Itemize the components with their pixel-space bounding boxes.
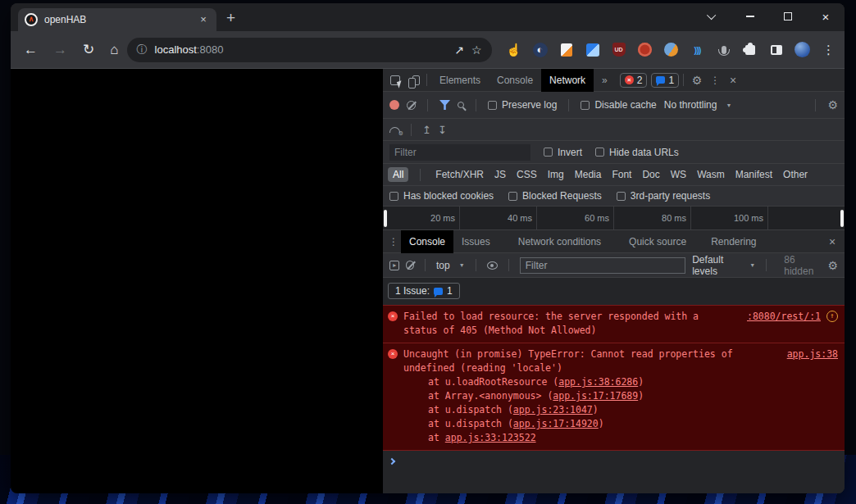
live-expression-icon[interactable] (487, 261, 498, 270)
drawer-tab-issues[interactable]: Issues (453, 230, 499, 253)
dark-reader-extension-icon[interactable]: ◐ (532, 42, 549, 58)
timeline-tick: 40 ms (460, 207, 537, 229)
device-toolbar-icon[interactable] (404, 75, 422, 85)
issue-count-badge[interactable]: 1 (651, 73, 679, 88)
blue-squares-extension-icon[interactable] (585, 42, 601, 58)
drawer-tab-network-conditions[interactable]: Network conditions (510, 230, 609, 253)
network-settings-icon[interactable]: ⚙ (827, 98, 838, 111)
more-tabs-icon[interactable]: » (594, 69, 616, 92)
timeline-handle-right[interactable] (840, 210, 844, 227)
inspect-element-icon[interactable] (386, 75, 404, 85)
type-filter-other[interactable]: Other (783, 169, 808, 180)
shield-extension-icon[interactable]: UD (611, 42, 627, 58)
drawer-tab-console[interactable]: Console (401, 230, 453, 253)
site-info-icon[interactable]: ⓘ (137, 43, 148, 57)
console-filter-input[interactable] (520, 257, 685, 274)
maximize-button[interactable] (769, 3, 807, 30)
third-party-checkbox[interactable]: 3rd-party requests (617, 190, 710, 202)
drawer-tab-quick-source[interactable]: Quick source (621, 230, 694, 253)
drawer-close-icon[interactable]: × (823, 235, 841, 248)
back-icon[interactable]: ← (24, 43, 38, 57)
throttling-select[interactable]: No throttling▼ (664, 99, 732, 111)
invert-checkbox[interactable]: Invert (544, 147, 582, 158)
type-filter-font[interactable]: Font (612, 169, 631, 180)
log-levels-select[interactable]: Default levels▼ (692, 254, 755, 277)
error-source-link[interactable]: :8080/rest/:1 (747, 310, 821, 324)
network-filter-input[interactable] (389, 144, 530, 161)
console-toolbar: ▸ top▼ Default levels▼ 86 hidden ⚙ (383, 253, 845, 278)
network-timeline-overview[interactable]: 20 ms 40 ms 60 ms 80 ms 100 ms (383, 207, 845, 230)
bookmark-star-icon[interactable]: ☆ (471, 43, 482, 57)
browser-tab[interactable]: ∧ openHAB × (18, 8, 216, 31)
clear-network-log-icon[interactable] (407, 101, 416, 110)
type-filter-manifest[interactable]: Manifest (735, 169, 772, 180)
share-icon[interactable]: ↗ (454, 43, 464, 57)
error-text: Uncaught (in promise) TypeError: Cannot … (403, 347, 775, 361)
stack-link[interactable]: app.js:17:17689 (553, 390, 638, 402)
pointer-extension-icon[interactable]: ☝ (506, 42, 522, 58)
context-select[interactable]: top▼ (436, 260, 465, 271)
console-sidebar-icon[interactable]: ▸ (389, 261, 399, 270)
red-wheel-extension-icon[interactable] (637, 42, 653, 58)
preserve-log-checkbox[interactable]: Preserve log (488, 99, 557, 111)
browser-menu-icon[interactable]: ⋮ (822, 43, 836, 57)
tab-elements[interactable]: Elements (431, 69, 489, 92)
type-filter-css[interactable]: CSS (517, 169, 537, 180)
drawer-tab-rendering[interactable]: Rendering (703, 230, 764, 253)
tab-console[interactable]: Console (489, 69, 541, 92)
address-bar[interactable]: ⓘ localhost:8080 ↗ ☆ (127, 38, 492, 62)
minimize-button[interactable] (731, 3, 769, 30)
export-har-icon[interactable]: ↧ (438, 124, 447, 136)
error-source-link[interactable]: app.js:38 (787, 347, 838, 361)
new-tab-button[interactable]: + (226, 9, 235, 27)
reload-icon[interactable]: ↻ (83, 43, 94, 57)
blocked-requests-checkbox[interactable]: Blocked Requests (508, 190, 602, 202)
stack-link[interactable]: app.js:17:14920 (513, 418, 599, 429)
close-window-button[interactable]: × (807, 3, 845, 30)
blocked-cookies-checkbox[interactable]: Has blocked cookies (389, 190, 494, 202)
disable-cache-checkbox[interactable]: Disable cache (581, 99, 656, 111)
page-viewport[interactable] (11, 69, 382, 493)
type-filter-all[interactable]: All (388, 167, 408, 182)
type-filter-js[interactable]: JS (494, 169, 506, 180)
type-filter-fetchxhr[interactable]: Fetch/XHR (435, 169, 484, 180)
stack-link[interactable]: app.js:38:6286 (558, 376, 638, 388)
circled-arrow-icon[interactable]: ↑ (826, 311, 838, 322)
type-filter-media[interactable]: Media (575, 169, 602, 180)
search-icon[interactable] (458, 102, 464, 108)
error-count-badge[interactable]: ×2 (620, 73, 648, 88)
home-icon[interactable]: ⌂ (110, 43, 118, 57)
record-icon[interactable] (389, 100, 399, 110)
issue-banner[interactable]: 1 Issue: 1 (388, 283, 460, 299)
hide-data-urls-checkbox[interactable]: Hide data URLs (595, 147, 679, 158)
console-settings-icon[interactable]: ⚙ (827, 259, 838, 272)
globe-extension-icon[interactable] (663, 42, 680, 58)
devtools-close-icon[interactable]: × (724, 74, 742, 87)
type-filter-ws[interactable]: WS (671, 169, 686, 180)
profile-avatar[interactable] (795, 42, 811, 58)
devtools-settings-icon[interactable]: ⚙ (688, 74, 706, 87)
tab-network[interactable]: Network (541, 69, 594, 92)
type-filter-doc[interactable]: Doc (642, 169, 659, 180)
drawer-menu-icon[interactable]: ⋮ (386, 236, 401, 247)
type-filter-wasm[interactable]: Wasm (697, 169, 725, 180)
console-prompt[interactable] (383, 451, 845, 470)
filter-funnel-icon[interactable] (439, 100, 450, 110)
devtools-menu-icon[interactable]: ⋮ (706, 75, 724, 86)
type-filter-img[interactable]: Img (548, 169, 564, 180)
extensions-puzzle-icon[interactable] (742, 42, 758, 58)
clear-console-icon[interactable] (406, 261, 414, 270)
import-har-icon[interactable]: ↥ (422, 124, 431, 136)
window-chevron-button[interactable] (694, 3, 731, 30)
sound-waves-extension-icon[interactable]: ))) (690, 42, 706, 58)
stack-link[interactable]: app.js:33:123522 (445, 432, 536, 443)
forward-icon[interactable]: → (53, 43, 67, 57)
tab-close-icon[interactable]: × (197, 13, 210, 26)
document-extension-icon[interactable] (558, 42, 575, 58)
network-conditions-icon[interactable] (389, 127, 400, 133)
stack-link[interactable]: app.js:23:1047 (513, 404, 593, 415)
url-text[interactable]: localhost:8080 (155, 43, 448, 56)
microphone-icon[interactable] (716, 42, 732, 58)
timeline-handle-left[interactable] (384, 210, 387, 227)
side-panel-icon[interactable] (768, 42, 785, 58)
